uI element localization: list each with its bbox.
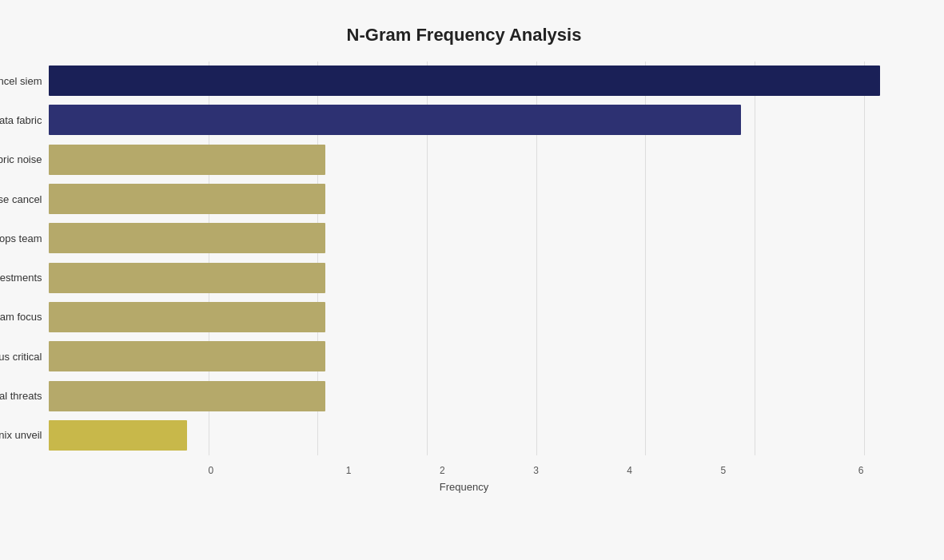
bar-row: noise cancel siem — [49, 62, 880, 101]
x-tick: 0 — [209, 465, 302, 476]
chart-area: noise cancel siemcyber data fabricdata f… — [49, 62, 880, 493]
bar — [49, 381, 326, 411]
bar — [49, 105, 742, 135]
bar-track — [49, 302, 880, 332]
chart-title: N-Gram Frequency Analysis — [49, 25, 880, 46]
bar-label: fabric noise cancel — [0, 179, 42, 218]
bar-row: fabric noise cancel — [49, 179, 880, 218]
x-tick: 2 — [396, 465, 489, 476]
bar-track — [49, 223, 880, 253]
x-tick: 3 — [489, 465, 583, 476]
bar — [49, 145, 326, 175]
bar-label: data fabric noise — [0, 140, 42, 179]
bar-track — [49, 420, 880, 451]
bar-track — [49, 184, 880, 214]
bar-label: cyber data fabric — [0, 101, 42, 140]
chart-inner: noise cancel siemcyber data fabricdata f… — [49, 62, 880, 493]
bar-row: cyberops team focus — [49, 297, 880, 336]
bar-label: team focus critical — [0, 337, 42, 376]
bar-label: maximize security investments — [0, 258, 42, 297]
bar — [49, 184, 326, 214]
bar-track — [49, 341, 880, 371]
bar-row: hash securonix unveil — [49, 415, 880, 455]
x-tick: 4 — [583, 465, 676, 476]
bar-label: cyberops team focus — [0, 297, 42, 336]
bar-row: focus critical threats — [49, 376, 880, 415]
bar-row: maximize security investments — [49, 258, 880, 297]
x-axis-label: Frequency — [49, 481, 880, 493]
bar — [49, 302, 326, 332]
bar-row: team focus critical — [49, 337, 880, 376]
bar — [49, 66, 880, 96]
bar — [49, 341, 326, 371]
bar — [49, 223, 326, 253]
bar-row: empower cyberops team — [49, 219, 880, 258]
bar — [49, 420, 187, 451]
x-tick: 5 — [676, 465, 770, 476]
bar-label: focus critical threats — [0, 376, 42, 415]
bar — [49, 263, 326, 293]
chart-container: N-Gram Frequency Analysis noise cancel s… — [33, 9, 912, 552]
bar-track — [49, 145, 880, 175]
bar-label: noise cancel siem — [0, 62, 42, 101]
x-tick: 6 — [770, 465, 863, 476]
bar-label: hash securonix unveil — [0, 415, 42, 455]
bar-track — [49, 381, 880, 411]
bar-label: empower cyberops team — [0, 219, 42, 258]
bar-track — [49, 105, 880, 135]
bar-track — [49, 263, 880, 293]
bar-row: cyber data fabric — [49, 101, 880, 140]
bar-track — [49, 66, 880, 96]
x-axis: 0123456 — [209, 465, 864, 476]
x-tick: 1 — [302, 465, 396, 476]
bar-row: data fabric noise — [49, 140, 880, 179]
